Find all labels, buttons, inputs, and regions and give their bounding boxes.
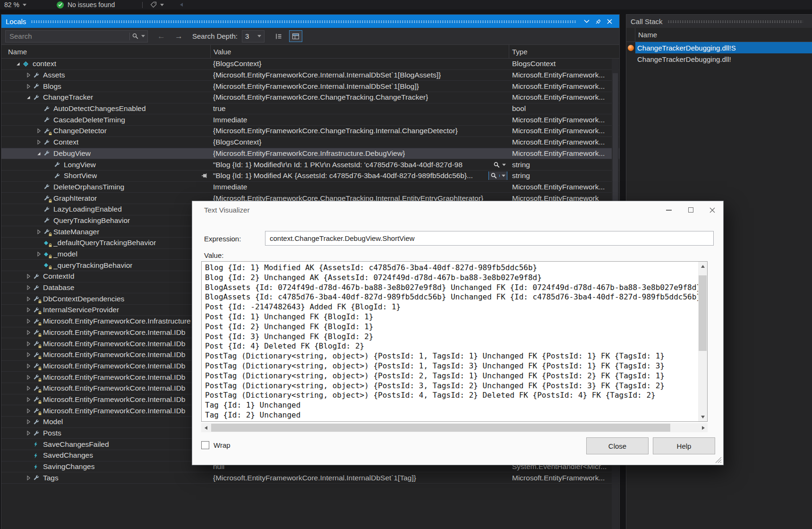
minimize-button[interactable] — [658, 201, 680, 219]
chevron-down-icon[interactable] — [23, 4, 26, 6]
value-text-area[interactable]: Blog {Id: 1} Modified AK {AssetsId: c478… — [201, 261, 708, 422]
locals-row[interactable]: Tags{Microsoft.EntityFrameworkCore.Inter… — [1, 472, 619, 484]
tag-icon[interactable] — [150, 1, 157, 8]
search-forward-icon[interactable]: → — [175, 32, 183, 40]
expand-arrow-icon[interactable] — [34, 128, 43, 134]
tabular-view-icon[interactable] — [289, 30, 302, 42]
window-position-icon[interactable] — [581, 16, 592, 26]
scroll-up-button[interactable] — [698, 262, 707, 271]
search-back-icon[interactable]: ← — [157, 32, 165, 40]
close-icon[interactable] — [604, 16, 615, 26]
property-icon — [33, 351, 43, 358]
locals-row[interactable]: ShortView"Blog {Id: 1} Modified AK {Asse… — [1, 171, 619, 182]
checkbox-box[interactable] — [201, 441, 209, 449]
expand-arrow-icon[interactable] — [24, 307, 33, 313]
expand-arrow-icon[interactable] — [34, 251, 43, 257]
expand-arrow-icon[interactable] — [24, 475, 33, 481]
expand-arrow-icon[interactable] — [34, 229, 43, 235]
locals-row[interactable]: ChangeTracker{Microsoft.EntityFrameworkC… — [1, 92, 619, 103]
scrollbar-track[interactable] — [698, 271, 707, 412]
expand-arrow-icon[interactable] — [24, 341, 33, 347]
chevron-down-icon[interactable] — [499, 175, 505, 177]
expand-arrow-icon[interactable] — [34, 139, 43, 145]
locals-row[interactable]: ChangeDetector{Microsoft.EntityFramework… — [1, 126, 619, 137]
maximize-button[interactable] — [680, 201, 701, 219]
chevron-down-icon[interactable] — [502, 163, 506, 166]
scrollbar-thumb[interactable] — [699, 275, 707, 351]
expand-arrow-icon[interactable] — [24, 385, 33, 392]
search-depth-select[interactable]: 3 — [242, 30, 265, 43]
expand-arrow-icon[interactable] — [24, 72, 33, 78]
locals-row[interactable]: Context{BlogsContext}Microsoft.EntityFra… — [1, 137, 619, 148]
expand-arrow-icon[interactable] — [24, 284, 33, 291]
expand-arrow-icon[interactable] — [24, 374, 33, 381]
scroll-right-button[interactable] — [699, 423, 708, 432]
close-button[interactable] — [701, 201, 723, 219]
locals-row[interactable]: context{BlogsContext}BlogsContext — [1, 59, 619, 70]
search-input[interactable] — [6, 32, 128, 40]
locals-row[interactable]: DebugView{Microsoft.EntityFrameworkCore.… — [1, 148, 619, 160]
chevron-down-icon[interactable] — [141, 35, 145, 37]
row-name-cell: GraphIterator — [1, 194, 211, 203]
expand-arrow-icon[interactable] — [24, 363, 33, 369]
scrollbar-thumb[interactable] — [211, 424, 670, 432]
variable-name: AutoDetectChangesEnabled — [53, 104, 146, 113]
horizontal-scrollbar[interactable] — [201, 423, 708, 432]
column-header-value[interactable]: Value — [211, 45, 509, 58]
close-dialog-button[interactable]: Close — [586, 437, 649, 454]
expand-arrow-icon[interactable] — [24, 318, 33, 324]
expand-arrow-icon[interactable] — [24, 351, 33, 358]
expand-arrow-icon[interactable] — [24, 408, 33, 414]
lock-icon — [38, 344, 42, 348]
collapse-arrow-icon[interactable] — [24, 94, 33, 101]
wrap-checkbox[interactable]: Wrap — [201, 441, 231, 449]
issues-status[interactable]: No issues found — [68, 1, 115, 9]
expand-arrow-icon[interactable] — [24, 296, 33, 302]
drag-grip[interactable] — [31, 20, 576, 23]
locals-row[interactable]: Assets{Microsoft.EntityFrameworkCore.Int… — [1, 70, 619, 81]
scrollbar-track[interactable] — [210, 423, 699, 432]
maximize-icon — [688, 207, 693, 213]
callstack-frame[interactable]: ChangeTrackerDebugging.dll! — [626, 53, 812, 65]
vertical-scrollbar[interactable] — [698, 262, 707, 421]
locals-row[interactable]: Blogs{Microsoft.EntityFrameworkCore.Inte… — [1, 81, 619, 92]
text-visualizer-button[interactable] — [488, 171, 507, 180]
help-button[interactable]: Help — [653, 437, 715, 454]
callstack-frame[interactable]: ChangeTrackerDebugging.dll!S — [626, 42, 812, 53]
collapse-arrow-icon[interactable] — [34, 150, 43, 157]
column-header-type[interactable]: Type — [509, 45, 619, 58]
expand-arrow-icon[interactable] — [24, 83, 33, 90]
collapse-arrow-icon[interactable] — [14, 60, 22, 67]
expand-arrow-icon[interactable] — [24, 329, 33, 336]
expand-arrow-icon[interactable] — [24, 273, 33, 280]
zoom-level[interactable]: 82 % — [4, 1, 19, 9]
property-icon — [43, 206, 53, 213]
expression-input[interactable] — [265, 231, 714, 246]
pin-to-source-icon[interactable] — [201, 172, 208, 179]
chevron-down-icon[interactable] — [160, 4, 164, 6]
dialog-title-bar[interactable]: Text Visualizer — [192, 201, 723, 219]
variable-value: {BlogsContext} — [213, 138, 262, 146]
search-icon[interactable] — [132, 33, 139, 40]
expand-arrow-icon[interactable] — [24, 396, 33, 403]
text-visualizer-button[interactable] — [492, 161, 507, 169]
row-value-cell: {Microsoft.EntityFrameworkCore.ChangeTra… — [211, 93, 509, 102]
back-arrow-icon[interactable] — [179, 2, 184, 7]
locals-row[interactable]: LongView"Blog {Id: 1} Modified\r\n Id: 1… — [1, 159, 619, 171]
drag-grip[interactable] — [667, 20, 803, 23]
variable-type: Microsoft.EntityFramework... — [512, 116, 605, 124]
column-header-name[interactable]: Name — [635, 28, 812, 42]
text-format-icon[interactable] — [272, 30, 285, 42]
locals-row[interactable]: AutoDetectChangesEnabledtruebool — [1, 103, 619, 115]
property-icon — [33, 396, 43, 403]
scroll-down-button[interactable] — [698, 412, 707, 421]
expand-arrow-icon[interactable] — [24, 430, 33, 436]
resize-grip[interactable] — [713, 455, 722, 463]
expand-arrow-icon[interactable] — [24, 418, 33, 425]
row-name-cell: _defaultQueryTrackingBehavior — [1, 239, 211, 247]
locals-row[interactable]: CascadeDeleteTimingImmediateMicrosoft.En… — [1, 114, 619, 126]
locals-row[interactable]: DeleteOrphansTimingImmediateMicrosoft.En… — [1, 182, 619, 193]
pin-icon[interactable] — [592, 16, 604, 26]
column-header-name[interactable]: Name — [1, 45, 211, 58]
scroll-left-button[interactable] — [201, 423, 210, 432]
